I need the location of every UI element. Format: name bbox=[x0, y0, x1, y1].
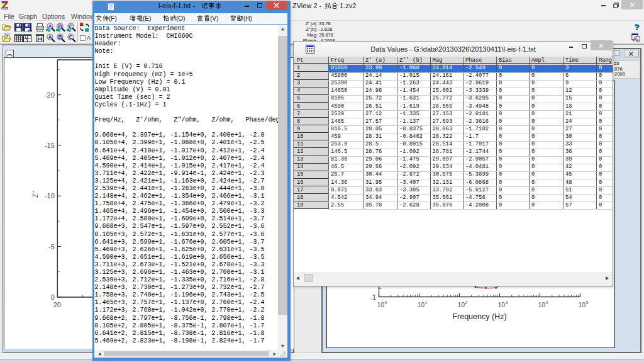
svg-text:C: C bbox=[69, 33, 72, 40]
svg-text:5: 5 bbox=[586, 300, 588, 305]
svg-text:3: 3 bbox=[505, 300, 508, 305]
svg-text:Z'': Z'' bbox=[31, 191, 39, 198]
svg-text:-10: -10 bbox=[45, 192, 55, 200]
svg-text:10: 10 bbox=[538, 301, 545, 308]
svg-text:10: 10 bbox=[497, 301, 505, 308]
svg-text:0: 0 bbox=[384, 300, 387, 305]
svg-text:0: 0 bbox=[51, 293, 55, 300]
svg-text:-1: -1 bbox=[370, 293, 376, 301]
svg-text:10: 10 bbox=[417, 301, 425, 308]
svg-text:Z: Z bbox=[633, 35, 636, 39]
svg-text:Frequency (Hz): Frequency (Hz) bbox=[452, 312, 506, 321]
svg-text:B: B bbox=[58, 33, 62, 40]
svg-text:10: 10 bbox=[578, 301, 586, 308]
svg-text:z: z bbox=[637, 37, 639, 41]
svg-text:10: 10 bbox=[377, 301, 384, 308]
svg-text:C: C bbox=[69, 23, 72, 29]
svg-text:1: 1 bbox=[425, 300, 427, 305]
svg-text:B: B bbox=[58, 23, 62, 29]
svg-text:10: 10 bbox=[457, 301, 465, 308]
svg-text:20: 20 bbox=[53, 300, 61, 308]
svg-text:4: 4 bbox=[545, 300, 548, 305]
svg-text:A: A bbox=[48, 33, 52, 40]
svg-text:-15: -15 bbox=[45, 141, 55, 149]
svg-text:-20: -20 bbox=[45, 91, 55, 98]
svg-text:-5: -5 bbox=[48, 242, 55, 250]
svg-text:A: A bbox=[48, 23, 52, 29]
svg-text:2: 2 bbox=[465, 300, 467, 305]
